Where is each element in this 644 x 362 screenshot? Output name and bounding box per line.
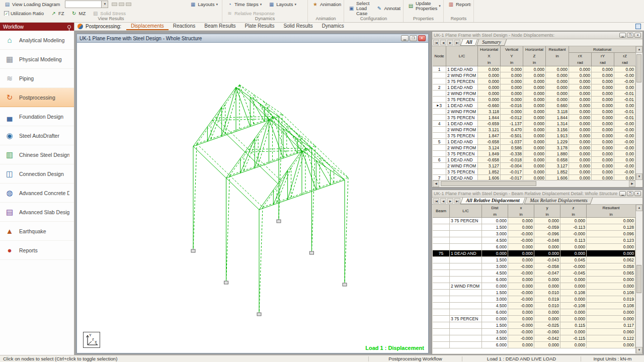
table-cell[interactable]: -0.00 [614, 78, 635, 84]
table-cell[interactable]: -0.00 [614, 163, 635, 169]
table-cell[interactable]: 0.000 [569, 121, 592, 127]
table-cell[interactable]: -1.037 [501, 139, 523, 145]
table-row[interactable]: 21 DEAD AND0.0000.0000.0000.0000.0000.00… [433, 84, 635, 90]
table-row[interactable]: 3.000-0.000-0.058-0.0000.058 [433, 263, 635, 270]
table-cell[interactable]: 0.00 [614, 175, 635, 180]
sidebar-item-advanced-concrete-desi-[interactable]: ◍Advanced Concrete Desi... [0, 184, 74, 203]
table-cell[interactable]: 0.000 [478, 90, 501, 97]
table-cell[interactable]: 0.000 [592, 72, 614, 78]
table-cell[interactable]: 0.010 [534, 303, 560, 309]
table-cell[interactable]: -0.000 [508, 303, 534, 309]
table-cell[interactable]: 0.000 [592, 66, 614, 72]
table-cell[interactable]: -0.658 [478, 139, 501, 145]
table-cell[interactable]: 0.000 [534, 218, 560, 224]
table-cell[interactable]: 0.000 [523, 157, 546, 163]
table-cell[interactable]: -0.004 [501, 163, 523, 169]
table-row[interactable]: 3.000-0.000-0.0600.0000.060 [433, 329, 635, 335]
table-cell[interactable]: 0.000 [482, 218, 508, 224]
table-row[interactable]: 3 75 PERCEN1.844-0.0120.0001.8440.0000.0… [433, 115, 635, 121]
minimize-button[interactable]: ▁ [619, 191, 626, 196]
table-cell[interactable]: -0.00 [614, 127, 635, 133]
table-cell[interactable]: -0.017 [501, 169, 523, 175]
table-cell[interactable]: 0.000 [501, 84, 523, 90]
scrollbar-thumb[interactable] [441, 181, 536, 186]
table-cell[interactable]: -0.000 [508, 237, 534, 244]
annotate-button[interactable]: ✎ Annotate [374, 5, 400, 12]
table-cell[interactable] [433, 303, 450, 309]
table-cell[interactable]: 0.000 [523, 169, 546, 175]
table-cell[interactable]: 2 WIND FROM [446, 127, 478, 133]
layout-window-icon[interactable] [635, 24, 641, 29]
table-cell[interactable]: 0.000 [534, 244, 560, 250]
table-cell[interactable]: -0.042 [534, 335, 560, 342]
table-cell[interactable]: 0.000 [569, 72, 592, 78]
structure-canvas[interactable]: Y X Z Load 1 : Displacement [77, 43, 428, 353]
table-cell[interactable]: 0.058 [587, 263, 635, 270]
sidebar-item-foundation-design[interactable]: ▄Foundation Design [0, 107, 74, 126]
table-cell[interactable]: 0.00 [614, 84, 635, 90]
table-cell[interactable]: 0.019 [587, 296, 635, 303]
table-cell[interactable]: 0.000 [546, 78, 569, 84]
table-cell[interactable] [450, 277, 482, 283]
table-cell[interactable]: 3 75 PERCEN [446, 115, 478, 121]
table-cell[interactable]: 0.000 [478, 78, 501, 84]
first-tab-button[interactable]: |◀ [433, 40, 439, 45]
table-cell[interactable]: 0.000 [523, 90, 546, 97]
table-cell[interactable]: 0.00 [614, 103, 635, 109]
table-cell[interactable]: 0.000 [592, 175, 614, 180]
table-cell[interactable]: -0.000 [508, 270, 534, 277]
table-cell[interactable]: 0.000 [523, 84, 546, 90]
table-cell[interactable]: 0.000 [560, 283, 587, 290]
sidebar-item-advanced-slab-design[interactable]: ▤Advanced Slab Design [0, 203, 74, 222]
table-cell[interactable]: -0.660 [478, 103, 501, 109]
table-row[interactable]: 751 DEAD AND0.0000.0000.0000.0000.000 [433, 250, 635, 257]
table-cell[interactable]: 0.000 [592, 84, 614, 90]
table-row[interactable]: 2 WIND FROM0.0000.0000.0000.0000.0000.00… [433, 72, 635, 78]
table-cell[interactable]: 0.000 [478, 97, 501, 103]
table-cell[interactable]: 0.000 [587, 342, 635, 348]
table-cell[interactable] [433, 335, 450, 342]
fz-button[interactable]: ↗ FZ [49, 10, 66, 16]
table-cell[interactable]: 0.000 [546, 66, 569, 72]
table-row[interactable]: 3 75 PERCEN1.847-0.5010.0001.9130.0000.0… [433, 133, 635, 139]
table-cell[interactable]: 0.000 [508, 244, 534, 250]
update-properties-button[interactable]: ▤ Update Properties ▾ [406, 1, 435, 12]
table-cell[interactable]: -0.000 [560, 231, 587, 237]
structure-wireframe[interactable] [77, 43, 428, 353]
table-cell[interactable]: -0.000 [508, 263, 534, 270]
table-cell[interactable]: 1 DEAD AND [450, 250, 482, 257]
maximize-button[interactable]: ❐ [627, 191, 633, 196]
table-cell[interactable]: 0.000 [592, 151, 614, 157]
table-cell[interactable] [450, 303, 482, 309]
scroll-right-icon[interactable]: ▶ [629, 180, 635, 187]
table-cell[interactable]: 0.000 [587, 250, 635, 257]
last-tab-button[interactable]: ▶| [454, 198, 460, 204]
last-tab-button[interactable]: ▶| [454, 40, 460, 45]
table-cell[interactable]: 0.000 [501, 72, 523, 78]
table-cell[interactable]: 0.000 [569, 163, 592, 169]
table-cell[interactable]: -0.000 [508, 290, 534, 296]
scrollbar-thumb[interactable] [636, 265, 641, 293]
table-cell[interactable]: 4.500 [482, 270, 508, 277]
table-cell[interactable]: 1.500 [482, 257, 508, 263]
minimize-button[interactable]: ▁ [401, 35, 409, 41]
table-cell[interactable]: -0.025 [534, 322, 560, 329]
table-cell[interactable]: 0.660 [546, 103, 569, 109]
table-cell[interactable]: 0.000 [592, 139, 614, 145]
table-cell[interactable]: 0.000 [523, 175, 546, 180]
table-cell[interactable]: 0.000 [569, 151, 592, 157]
table-cell[interactable]: 0.000 [560, 244, 587, 250]
table-cell[interactable] [433, 163, 446, 169]
table-cell[interactable]: -0.000 [508, 296, 534, 303]
table-cell[interactable]: 0.000 [560, 342, 587, 348]
tab-plate-results[interactable]: Plate Results [240, 23, 279, 30]
table-cell[interactable]: 0.000 [523, 127, 546, 133]
table-cell[interactable]: 0.019 [534, 296, 560, 303]
table-cell[interactable]: 3 75 PERCEN [446, 169, 478, 175]
table-cell[interactable] [450, 309, 482, 316]
table-cell[interactable]: 0.000 [569, 145, 592, 151]
table-row[interactable]: 71 DEAD AND1.606-0.0170.0001.6060.0000.0… [433, 175, 635, 180]
table-cell[interactable]: 0.045 [560, 257, 587, 263]
table-cell[interactable]: 1.849 [478, 151, 501, 157]
table-cell[interactable]: -0.00 [614, 121, 635, 127]
